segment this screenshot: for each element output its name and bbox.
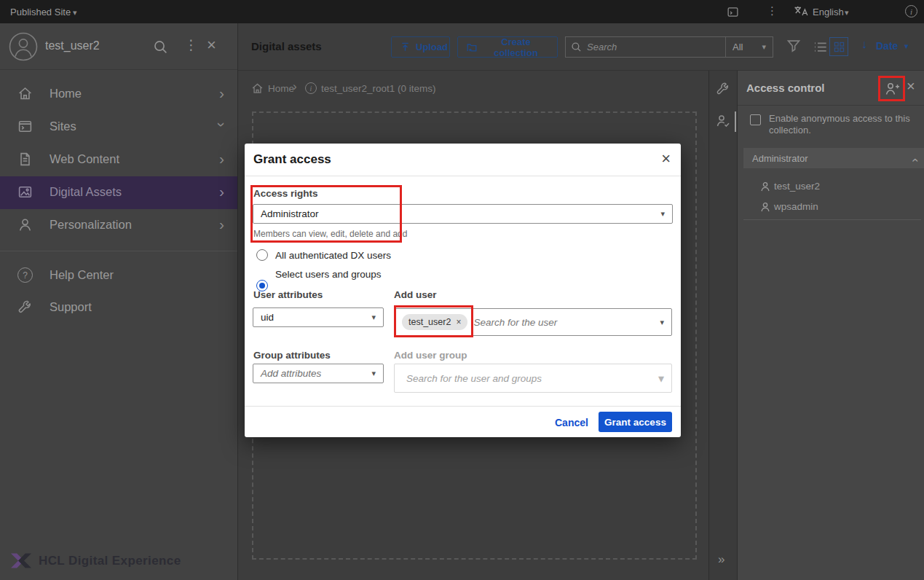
access-rights-label: Access rights [253, 188, 318, 199]
upload-button[interactable]: Upload [391, 36, 450, 58]
close-icon[interactable]: × [207, 36, 216, 55]
sidebar-item-personalization[interactable]: Personalization › [0, 209, 237, 242]
user-attributes-select[interactable]: uid ▾ [253, 307, 384, 327]
modal-title: Grant access [253, 152, 331, 167]
chevron-up-icon: › [912, 158, 917, 162]
panel-user-row: test_user2 [738, 179, 924, 196]
info-icon[interactable]: i [905, 5, 917, 17]
filter-icon[interactable] [786, 39, 801, 53]
published-site-selector[interactable]: Published Site [10, 7, 71, 17]
sort-by-selector[interactable]: Date [876, 40, 898, 52]
add-user-combobox[interactable]: test_user2 × ▾ [394, 308, 672, 336]
wrench-icon [17, 299, 33, 315]
person-icon [759, 181, 771, 192]
folder-plus-icon [466, 42, 478, 53]
radio-all-authenticated[interactable] [256, 249, 268, 261]
chevron-down-icon: ▾ [904, 42, 909, 50]
role-section-administrator[interactable]: Administrator › [743, 148, 924, 168]
active-rail-indicator [735, 111, 736, 132]
breadcrumb-current: test_user2_root1 (0 items) [321, 83, 436, 94]
sidebar: test_user2 ⋮ × Home › Sites › Web Conten… [0, 23, 238, 580]
close-icon[interactable]: × [907, 78, 915, 95]
add-user-search-input[interactable] [473, 317, 660, 328]
panel-user-row: wpsadmin [738, 199, 924, 216]
chevron-down-icon: ▾ [371, 313, 376, 322]
chevron-right-icon: › [219, 216, 224, 233]
chevron-down-icon: ▾ [845, 9, 849, 17]
manage-wrench-icon[interactable] [716, 82, 730, 96]
avatar[interactable] [9, 32, 38, 61]
add-user-person-plus-icon[interactable] [883, 80, 901, 98]
person-icon [17, 217, 33, 232]
chevron-down-icon: ▾ [762, 43, 766, 51]
top-bar: Published Site ▾ ⋮ English ▾ i [0, 0, 924, 23]
sidebar-item-help-center[interactable]: ? Help Center [0, 259, 237, 292]
grid-view-icon [834, 42, 845, 52]
kebab-menu-icon[interactable]: ⋮ [184, 36, 198, 53]
language-selector[interactable]: English [813, 7, 844, 17]
add-user-label: Add user [394, 289, 437, 300]
access-control-person-check-icon[interactable] [715, 113, 731, 129]
kebab-menu-icon[interactable]: ⋮ [767, 4, 778, 17]
sidebar-item-digital-assets[interactable]: Digital Assets › [0, 176, 237, 209]
home-icon [17, 86, 33, 101]
chevron-right-icon: › [219, 150, 224, 168]
search-icon[interactable] [153, 39, 168, 55]
list-view-icon[interactable] [813, 39, 828, 55]
radio-all-authenticated-label[interactable]: All authenticated DX users [275, 250, 391, 261]
help-icon: ? [17, 267, 33, 283]
current-user-name: test_user2 [45, 39, 100, 52]
sort-direction-icon[interactable]: ↓ [861, 38, 867, 51]
sidebar-divider [0, 251, 237, 251]
person-icon [759, 201, 771, 213]
access-rights-select[interactable]: Administrator ▾ [253, 204, 673, 224]
brand-name: HCL Digital Experience [39, 554, 181, 568]
open-site-window-icon[interactable] [727, 6, 739, 18]
create-collection-button[interactable]: Create collection [457, 36, 558, 58]
chevron-down-icon: ▾ [658, 372, 664, 385]
info-icon[interactable]: i [305, 82, 317, 94]
document-icon [17, 152, 33, 167]
cancel-button[interactable]: Cancel [555, 417, 588, 428]
user-chip: test_user2 × [402, 314, 467, 330]
user-attributes-label: User attributes [253, 289, 323, 300]
main-toolbar: Digital assets Upload Create collection … [238, 23, 924, 71]
remove-chip-icon[interactable]: × [456, 317, 461, 327]
modal-footer: Cancel Grant access [245, 406, 681, 437]
access-rights-help: Members can view, edit, delete and add [253, 229, 407, 239]
chevron-down-icon: ▾ [660, 318, 664, 327]
chevron-down-icon: ▾ [73, 9, 77, 17]
chevron-right-icon: › [219, 183, 224, 200]
chevron-down-icon: ▾ [371, 369, 376, 378]
access-control-panel: Access control × Enable anonymous access… [738, 71, 924, 580]
search-scope-select[interactable]: All ▾ [725, 37, 773, 57]
sidebar-header: test_user2 ⋮ × [0, 23, 237, 70]
panel-divider [743, 219, 921, 220]
close-icon[interactable]: × [661, 149, 671, 168]
upload-icon [400, 42, 411, 52]
chevron-down-icon: ▾ [660, 209, 665, 219]
app-screen: Published Site ▾ ⋮ English ▾ i test_user… [0, 0, 924, 580]
search-input[interactable] [587, 42, 725, 52]
chevron-right-icon: › [219, 85, 224, 102]
sidebar-item-home[interactable]: Home › [0, 78, 237, 111]
sidebar-item-web-content[interactable]: Web Content › [0, 144, 237, 176]
collapse-panel-icon[interactable]: » [718, 552, 724, 567]
breadcrumb-home[interactable]: Home [268, 83, 294, 94]
radio-select-users-groups-label[interactable]: Select users and groups [275, 269, 382, 280]
sidebar-item-sites[interactable]: Sites › [0, 111, 237, 144]
home-icon[interactable] [251, 82, 264, 95]
page-title: Digital assets [251, 40, 322, 52]
group-attributes-select[interactable]: Add attributes ▾ [253, 364, 384, 383]
hcl-logo-icon [10, 552, 32, 569]
sidebar-item-support[interactable]: Support [0, 291, 237, 324]
brand: HCL Digital Experience [10, 552, 181, 569]
grid-view-button[interactable] [829, 37, 848, 56]
group-attributes-label: Group attributes [253, 350, 331, 361]
add-user-group-search-input [406, 373, 658, 384]
sites-icon [17, 119, 33, 134]
search-box: All ▾ [565, 36, 773, 58]
anonymous-access-checkbox[interactable] [750, 114, 761, 125]
chevron-down-icon: › [213, 122, 231, 128]
grant-access-button[interactable]: Grant access [599, 412, 672, 432]
